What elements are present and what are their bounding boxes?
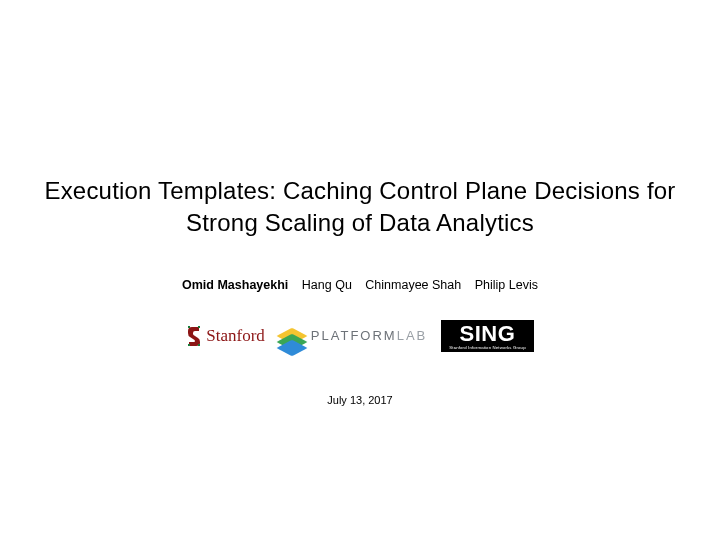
author-3: Chinmayee Shah (365, 278, 461, 292)
date-text: July 13, 2017 (327, 394, 392, 406)
title-line-2: Strong Scaling of Data Analytics (186, 209, 534, 236)
slide-title: Execution Templates: Caching Control Pla… (44, 175, 675, 240)
title-line-1: Execution Templates: Caching Control Pla… (44, 177, 675, 204)
platformlab-logo: PLATFORMLAB (279, 323, 427, 349)
platformlab-wordmark: PLATFORMLAB (311, 328, 427, 343)
authors-line: Omid Mashayekhi Hang Qu Chinmayee Shah P… (182, 278, 538, 292)
sing-logo: SING Stanford Information Networks Group (441, 320, 533, 352)
author-4: Philip Levis (475, 278, 538, 292)
stanford-s-icon (186, 324, 202, 348)
platformlab-part1: PLATFORM (311, 328, 397, 343)
title-slide: Execution Templates: Caching Control Pla… (0, 0, 720, 557)
platformlab-part2: LAB (397, 328, 428, 343)
sing-main: SING (449, 323, 525, 345)
stanford-logo: Stanford (186, 324, 265, 348)
stanford-wordmark: Stanford (206, 326, 265, 346)
sing-sub: Stanford Information Networks Group (449, 346, 525, 350)
author-lead: Omid Mashayekhi (182, 278, 288, 292)
author-2: Hang Qu (302, 278, 352, 292)
logos-row: Stanford PLATFORMLAB SING Stanford Infor… (186, 320, 533, 352)
platformlab-stack-icon (279, 323, 305, 349)
